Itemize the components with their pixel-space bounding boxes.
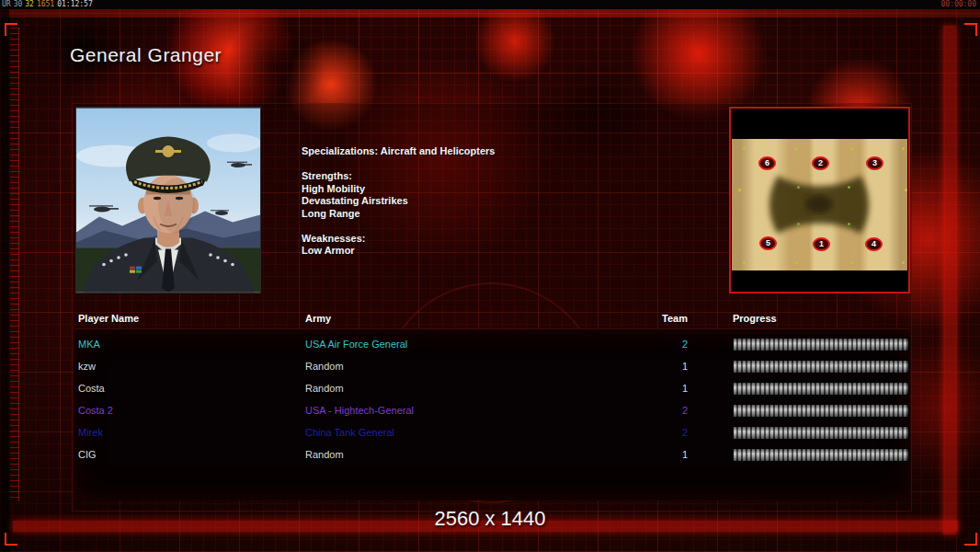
- description-line: [302, 158, 688, 171]
- map-resource-dot: [902, 261, 905, 264]
- player-row: Costa Random 1: [74, 377, 910, 399]
- perf-stat-segment: 32: [25, 0, 34, 8]
- description-line: Low Armor: [302, 245, 688, 258]
- player-list: MKA USA Air Force General 2 kzw Random 1…: [74, 328, 910, 500]
- player-team: 2: [644, 421, 688, 443]
- progress-fill: [734, 427, 908, 439]
- frame-corner-top-left: [5, 23, 17, 36]
- player-army: China Tank General: [305, 421, 394, 443]
- progress-fill: [734, 383, 908, 395]
- player-team: 2: [644, 333, 688, 355]
- resolution-label: 2560 x 1440: [0, 507, 980, 531]
- map-resource-dot: [905, 189, 907, 191]
- frame-corner-bottom-left: [5, 533, 17, 546]
- progress-bar: [733, 404, 909, 418]
- left-edge-shade: [0, 9, 9, 552]
- perf-stat-segment: 30: [14, 0, 23, 8]
- header-progress: Progress: [733, 310, 777, 328]
- player-army: USA - Hightech-General: [305, 399, 414, 421]
- player-name: CIG: [78, 443, 97, 466]
- general-portrait: [76, 108, 260, 293]
- progress-bar: [733, 382, 909, 396]
- progress-fill: [734, 405, 908, 417]
- map-resource-dot: [797, 223, 800, 225]
- description-line: Specializations: Aircraft and Helicopter…: [302, 145, 688, 158]
- description-line: Long Range: [302, 208, 688, 221]
- description-line: Strengths:: [302, 170, 688, 183]
- progress-bar: [733, 360, 909, 374]
- player-team: 1: [644, 355, 688, 377]
- player-name: MKA: [78, 333, 100, 355]
- perf-stats: UR3032165101:12:57: [2, 0, 96, 9]
- portrait-art: [76, 108, 260, 293]
- map-resource-dot: [850, 261, 853, 264]
- player-army: USA Air Force General: [305, 333, 407, 355]
- hud-topbar: UR3032165101:12:57 00:00:00: [0, 0, 980, 9]
- map-resource-dot: [902, 147, 905, 150]
- start-position-marker-3: 3: [866, 156, 883, 170]
- player-name: Mirek: [78, 421, 103, 443]
- map-resource-dot: [743, 261, 746, 264]
- player-table-header: Player Name Army Team Progress: [74, 310, 910, 328]
- player-army: Random: [305, 377, 344, 399]
- map-resource-dot: [848, 223, 850, 225]
- map-resource-dot: [743, 147, 746, 150]
- map-resource-dot: [848, 186, 850, 189]
- start-position-marker-5: 5: [759, 236, 777, 250]
- map-resource-dot: [850, 147, 853, 150]
- player-name: kzw: [78, 355, 96, 377]
- start-position-marker-6: 6: [758, 156, 776, 170]
- frame-corner-bottom-right: [964, 533, 977, 546]
- start-position-marker-4: 4: [865, 237, 883, 251]
- progress-fill: [734, 361, 908, 373]
- map-preview: 623514: [729, 107, 910, 293]
- player-row: Costa 2 USA - Hightech-General 2: [74, 399, 910, 421]
- description-line: [302, 220, 688, 233]
- perf-stat-segment: UR: [2, 0, 11, 8]
- player-name: Costa: [78, 377, 105, 399]
- description-line: Weaknesses:: [302, 233, 688, 246]
- player-team: 2: [644, 399, 688, 421]
- progress-bar: [733, 448, 909, 462]
- map-resource-dot: [797, 186, 800, 189]
- player-army: Random: [305, 355, 344, 377]
- map-resource-dot: [795, 261, 798, 264]
- perf-stat-segment: 01:12:57: [57, 0, 93, 8]
- match-clock: 00:00:00: [940, 0, 976, 9]
- start-position-marker-1: 1: [813, 237, 830, 251]
- header-player-name: Player Name: [78, 310, 139, 328]
- frame-corner-top-right: [964, 23, 977, 36]
- description-line: High Mobility: [302, 183, 688, 196]
- header-team: Team: [644, 310, 688, 328]
- loading-screen: UR3032165101:12:57 00:00:00 General Gran…: [0, 0, 980, 552]
- map-resource-dot: [795, 147, 798, 150]
- player-row: CIG Random 1: [74, 443, 910, 466]
- player-name: Costa 2: [78, 399, 113, 421]
- start-position-marker-2: 2: [812, 156, 829, 170]
- progress-bar: [733, 426, 909, 440]
- left-ruler: [10, 28, 19, 501]
- progress-fill: [734, 449, 908, 461]
- perf-stat-segment: 1651: [37, 0, 54, 8]
- map-resource-dot: [738, 189, 741, 191]
- player-team: 1: [644, 377, 688, 399]
- header-army: Army: [305, 310, 331, 328]
- progress-fill: [734, 339, 908, 351]
- player-row: kzw Random 1: [74, 355, 910, 377]
- player-team: 1: [644, 443, 688, 466]
- page-title: General Granger: [70, 44, 222, 66]
- general-description: Specializations: Aircraft and Helicopter…: [302, 145, 688, 258]
- progress-bar: [733, 338, 909, 351]
- player-army: Random: [305, 443, 344, 466]
- player-row: MKA USA Air Force General 2: [74, 333, 910, 355]
- description-line: Devastating Airstrikes: [302, 195, 688, 208]
- right-red-band: [943, 26, 956, 535]
- player-row: Mirek China Tank General 2: [74, 421, 910, 443]
